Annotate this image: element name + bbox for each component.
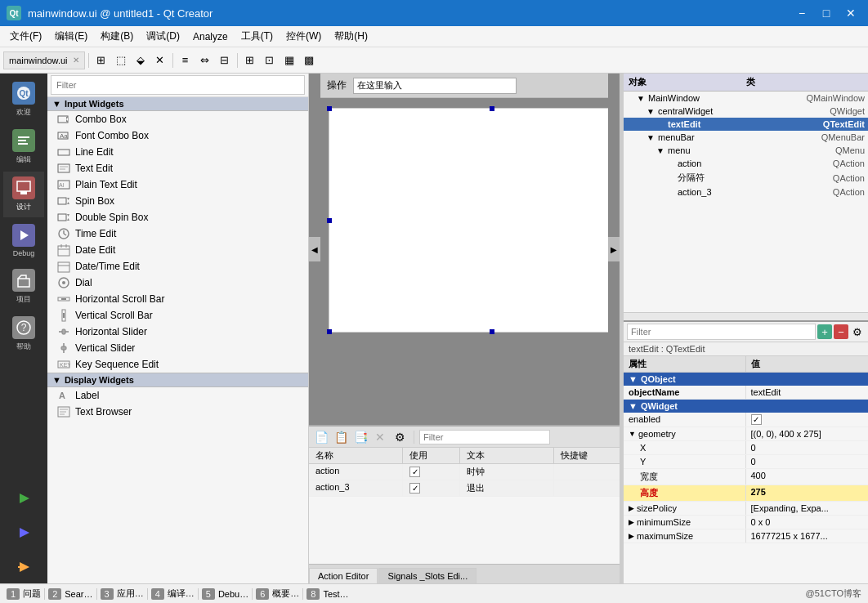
sidebar-item-help[interactable]: ? 帮助 [3,311,44,357]
widget-item-lineedit[interactable]: Line Edit [47,144,308,160]
handle-tl[interactable] [327,106,332,111]
handle-ml[interactable] [327,218,332,223]
action-row-1-checkbox[interactable]: ✓ [409,467,420,477]
handle-tm[interactable] [490,106,494,111]
widget-item-doublespinbox[interactable]: Double Spin Box [47,209,308,226]
tree-row-centralwidget[interactable]: ▼ centralWidget QWidget [624,105,868,118]
action-row-1[interactable]: action ✓ 时钟 [309,464,620,480]
tree-row-textedit[interactable]: textEdit QTextEdit [624,118,868,131]
prop-row-objectname[interactable]: objectName textEdit [624,386,868,400]
sidebar-item-debug[interactable]: Debug [3,219,44,262]
toolbar-btn-11[interactable]: ▩ [300,51,318,69]
geometry-expand-arrow[interactable]: ▼ [629,430,636,438]
tree-row-action[interactable]: action QAction [624,157,868,170]
tree-row-menubar[interactable]: ▼ menuBar QMenuBar [624,131,868,144]
canvas-input[interactable] [353,78,517,94]
widget-item-plaintextedit[interactable]: AI Plain Text Edit [47,176,308,193]
close-button[interactable]: ✕ [840,5,861,21]
widget-item-textbrowser[interactable]: Text Browser [47,404,308,420]
object-tree-hscroll[interactable] [624,312,868,320]
prop-row-height[interactable]: 高度 275 [624,485,868,502]
prop-row-y[interactable]: Y 0 [624,455,868,469]
widget-item-textedit[interactable]: Text Edit [47,160,308,176]
tree-expand-central[interactable]: ▼ [647,107,658,116]
widget-item-combobox[interactable]: Combo Box [47,111,308,127]
right-scroll-btn[interactable]: ▶ [608,237,620,261]
prop-row-maxsize[interactable]: ▶ maximumSize 16777215 x 1677... [624,529,868,543]
prop-row-geometry[interactable]: ▼ geometry [(0, 0), 400 x 275] [624,427,868,441]
menu-analyze[interactable]: Analyze [186,29,235,45]
qwidget-category[interactable]: ▼ QWidget [624,400,868,413]
action-new-btn[interactable]: 📄 [312,429,330,445]
menu-debug[interactable]: 调试(D) [140,27,186,46]
props-settings-btn[interactable]: ⚙ [850,324,865,339]
sidebar-item-debug2[interactable] [3,516,44,549]
props-remove-btn[interactable]: − [834,324,848,339]
enabled-checkbox[interactable]: ✓ [751,414,762,425]
menu-controls[interactable]: 控件(W) [280,27,328,46]
form-widget-area[interactable] [329,108,608,333]
qobject-category[interactable]: ▼ QObject [624,373,868,386]
menu-help[interactable]: 帮助(H) [328,27,374,46]
sidebar-item-design[interactable]: 设计 [3,172,44,217]
minsize-expand-arrow[interactable]: ▶ [629,518,634,526]
display-widgets-category[interactable]: ▼ Display Widgets [47,373,308,387]
tab-action-editor[interactable]: Action Editor [309,568,378,583]
prop-row-sizepolicy[interactable]: ▶ sizePolicy [Expanding, Expa... [624,502,868,516]
action-settings-btn[interactable]: ⚙ [391,429,409,445]
left-scroll-btn[interactable]: ◀ [309,237,320,261]
sidebar-item-projects[interactable]: 项目 [3,264,44,310]
toolbar-btn-9[interactable]: ⊡ [261,51,279,69]
tab-signals-slots[interactable]: Signals _Slots Edi... [378,568,477,583]
widget-item-dateedit[interactable]: Date Edit [47,242,308,258]
doc-close-btn[interactable]: ✕ [73,56,79,65]
widget-item-datetimeedit[interactable]: Date/Time Edit [47,258,308,275]
widget-item-vscrollbar[interactable]: Vertical Scroll Bar [47,307,308,324]
props-filter-input[interactable] [627,324,816,340]
action-paste-btn[interactable]: 📑 [351,429,369,445]
action-delete-btn[interactable]: ✕ [371,429,389,445]
handle-bl[interactable] [327,329,332,334]
prop-row-minsize[interactable]: ▶ minimumSize 0 x 0 [624,516,868,529]
action-copy-btn[interactable]: 📋 [332,429,350,445]
toolbar-btn-5[interactable]: ≡ [177,51,195,69]
menu-file[interactable]: 文件(F) [3,27,48,46]
prop-row-width[interactable]: 宽度 400 [624,469,868,485]
tree-row-separator[interactable]: 分隔符 QAction [624,170,868,185]
widget-item-hslider[interactable]: Horizontal Slider [47,324,308,340]
props-add-btn[interactable]: + [817,324,832,339]
tree-row-mainwindow[interactable]: ▼ MainWindow QMainWindow [624,92,868,105]
action-row-2-checkbox[interactable]: ✓ [409,483,420,494]
toolbar-btn-8[interactable]: ⊞ [241,51,259,69]
widget-item-hscrollbar[interactable]: Horizontal Scroll Bar [47,291,308,307]
doc-tab-label[interactable]: mainwindow.ui [9,56,68,65]
action-row-2[interactable]: action_3 ✓ 退出 [309,480,620,497]
menu-edit[interactable]: 编辑(E) [48,27,94,46]
tree-expand-mainwindow[interactable]: ▼ [637,94,648,103]
widget-item-fontcombo[interactable]: Aa Font Combo Box [47,127,308,144]
tree-row-action3[interactable]: action_3 QAction [624,185,868,199]
sizepolicy-expand-arrow[interactable]: ▶ [629,504,634,512]
toolbar-btn-6[interactable]: ⇔ [196,51,214,69]
widget-item-keyseq[interactable]: KEY Key Sequence Edit [47,356,308,373]
toolbar-btn-7[interactable]: ⊟ [216,51,234,69]
tree-expand-menu[interactable]: ▼ [656,146,668,155]
toolbar-btn-4[interactable]: ✕ [151,51,169,69]
handle-bm[interactable] [490,329,494,334]
input-widgets-category[interactable]: ▼ Input Widgets [47,97,308,111]
toolbar-btn-1[interactable]: ⊞ [92,51,110,69]
toolbar-btn-10[interactable]: ▦ [280,51,298,69]
prop-row-enabled[interactable]: enabled ✓ [624,413,868,427]
maximize-button[interactable]: □ [816,5,837,21]
toolbar-btn-3[interactable]: ⬙ [132,51,150,69]
maxsize-expand-arrow[interactable]: ▶ [629,532,634,540]
sidebar-item-settings[interactable] [3,551,44,583]
widget-item-spinbox[interactable]: Spin Box [47,193,308,209]
widget-item-timeedit[interactable]: Time Edit [47,226,308,242]
sidebar-item-welcome[interactable]: Qt 欢迎 [3,77,44,123]
tree-expand-menubar[interactable]: ▼ [647,133,658,142]
widget-filter-input[interactable] [51,75,305,95]
sidebar-item-edit[interactable]: 编辑 [3,124,44,170]
widget-item-label[interactable]: A Label [47,387,308,404]
widget-item-vslider[interactable]: Vertical Slider [47,340,308,356]
